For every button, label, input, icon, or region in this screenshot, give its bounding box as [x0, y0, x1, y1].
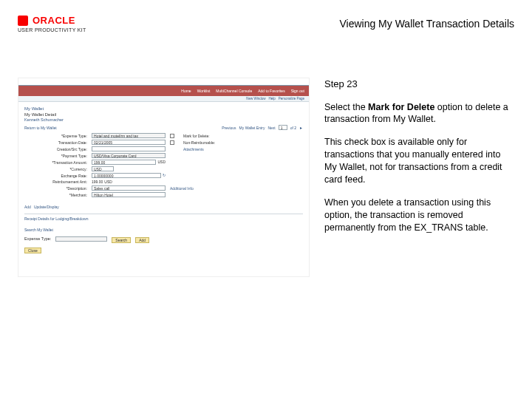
sub-nav: New Window Help Personalize Page: [18, 96, 309, 102]
prev-link[interactable]: Previous: [222, 126, 236, 130]
new-window-link[interactable]: New Window: [246, 97, 265, 100]
nav-signout[interactable]: Sign out: [291, 89, 304, 93]
amount-currency: USD: [157, 160, 166, 165]
step-label: Step 23: [324, 78, 514, 91]
oracle-wordmark: ORACLE: [33, 15, 75, 26]
add-button[interactable]: Add: [135, 237, 149, 243]
currency-input[interactable]: USD: [92, 166, 114, 171]
return-link[interactable]: Return to My Wallet: [24, 126, 57, 130]
embedded-screenshot: Home Worklist MultiChannel Console Add t…: [18, 78, 310, 277]
breadcrumb: My Wallet: [24, 106, 303, 111]
nav-worklist[interactable]: Worklist: [197, 89, 211, 93]
nav-fav[interactable]: Add to Favorites: [258, 89, 284, 93]
nonreimb-label: Non-Reimbursable:: [183, 140, 250, 145]
help-link[interactable]: Help: [268, 97, 275, 100]
add-info-link[interactable]: Additional Info: [170, 186, 250, 191]
receipt-section[interactable]: Receipt Details for Lodging/Breakdown: [24, 214, 303, 221]
desc-input[interactable]: Sales call: [92, 185, 166, 191]
entry-index[interactable]: 1: [279, 125, 287, 130]
refresh-icon[interactable]: ↻: [163, 173, 166, 178]
instruction-p3: When you delete a transaction using this…: [324, 197, 514, 234]
of-label: of 2: [290, 126, 296, 130]
search-section: Search My Wallet: [24, 225, 303, 232]
reimb-label: Reimbursement Amt:: [24, 180, 87, 184]
expense-type-label: *Expense Type:: [24, 134, 87, 138]
search-type-select[interactable]: [55, 236, 107, 242]
currency-label: *Currency:: [24, 167, 87, 171]
payment-label: *Payment Type:: [24, 154, 87, 158]
content-area: Home Worklist MultiChannel Console Add t…: [18, 78, 514, 277]
desc-label: *Description:: [24, 186, 87, 191]
instruction-p2: This check box is available only for tra…: [324, 136, 514, 186]
update-display-link[interactable]: Update/Display: [34, 205, 59, 209]
trans-date-label: Transaction Date:: [24, 140, 87, 145]
reimb-currency: USD: [104, 180, 112, 184]
instruction-panel: Step 23 Select the Mark for Delete optio…: [324, 78, 514, 277]
search-button[interactable]: Search: [112, 237, 131, 243]
add-row-link[interactable]: Add: [24, 205, 31, 209]
expense-type-select[interactable]: Hotel and motel/rm and tax: [92, 133, 166, 138]
merchant-input[interactable]: Hilton Hotel: [92, 192, 166, 197]
oracle-logo: ORACLE USER PRODUCTIVITY KIT: [18, 15, 86, 33]
nav-console[interactable]: MultiChannel Console: [216, 89, 252, 93]
created-label: Creation/Src Type:: [24, 147, 87, 151]
amount-input[interactable]: 199.00: [92, 160, 156, 165]
detail-title: My Wallet Detail: [24, 112, 303, 117]
rate-input[interactable]: 1.00000000: [92, 173, 161, 178]
instruction-p1: Select the Mark for Delete option to del…: [324, 101, 514, 126]
nav-home[interactable]: Home: [181, 89, 191, 93]
nonreimb-checkbox[interactable]: [170, 140, 174, 145]
app-nav: Home Worklist MultiChannel Console Add t…: [18, 86, 309, 96]
oracle-icon: [18, 16, 28, 26]
next-link[interactable]: Next: [267, 126, 275, 130]
merchant-label: *Merchant:: [24, 193, 87, 197]
tab-label: My Wallet Entry: [239, 126, 265, 130]
arrow-icon[interactable]: ►: [299, 126, 303, 130]
created-input: [92, 146, 166, 151]
trans-date-input[interactable]: 02/21/2005: [92, 140, 166, 145]
personalize-link[interactable]: Personalize Page: [279, 97, 304, 100]
payment-select[interactable]: USD/Visa Corporate Card: [92, 153, 166, 158]
upk-subtitle: USER PRODUCTIVITY KIT: [18, 27, 86, 33]
mark-for-delete-text: Mark for Delete: [368, 102, 434, 112]
mark-delete-checkbox[interactable]: [170, 134, 174, 138]
search-type-label: Expense Type:: [24, 236, 51, 241]
attachments-link[interactable]: Attachments: [183, 147, 250, 151]
page-title: Viewing My Wallet Transaction Details: [339, 18, 514, 30]
employee-name: Kenneth Schumacher: [24, 117, 303, 122]
rate-label: Exchange Rate:: [24, 174, 87, 178]
amount-label: *Transaction Amount:: [24, 160, 87, 165]
close-button[interactable]: Close: [24, 248, 41, 253]
reimb-amount: 199.00: [92, 180, 103, 184]
page-header: ORACLE USER PRODUCTIVITY KIT Viewing My …: [18, 15, 514, 33]
mark-delete-label: Mark for Delete:: [183, 134, 250, 138]
